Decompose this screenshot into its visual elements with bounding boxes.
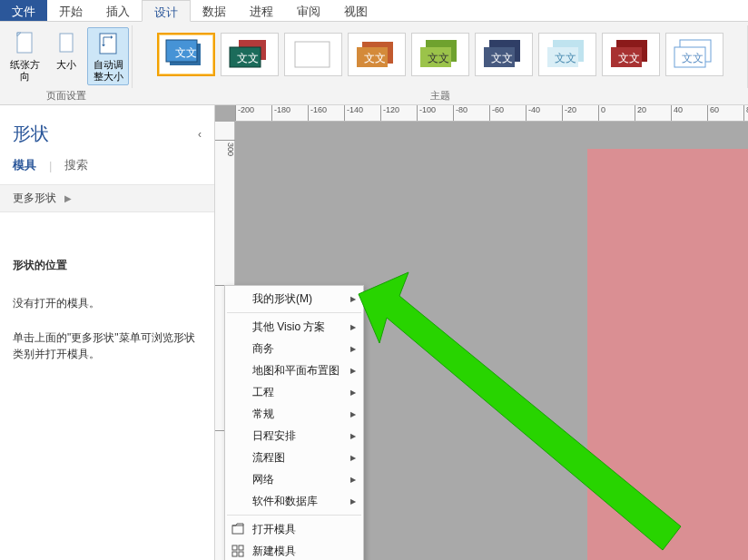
chevron-right-icon: ▶ bbox=[64, 193, 72, 203]
theme-thumb-1[interactable]: 文文 bbox=[157, 33, 215, 76]
tab-data[interactable]: 数据 bbox=[191, 0, 238, 21]
ruler-h-tick: -60 bbox=[489, 105, 504, 122]
tab-process[interactable]: 进程 bbox=[238, 0, 285, 21]
svg-text:文文: 文文 bbox=[682, 52, 704, 64]
svg-text:文文: 文文 bbox=[618, 52, 640, 64]
ruler-h-tick: 60 bbox=[707, 105, 719, 122]
ribbon-group-page-setup: 纸张方向 大小 自动调整大小 页面设置 bbox=[0, 22, 133, 104]
tab-review[interactable]: 审阅 bbox=[285, 0, 332, 21]
themes-gallery[interactable]: 文文 文文 文文 文文 文文 文文 bbox=[150, 27, 731, 76]
theme-thumb-2[interactable]: 文文 bbox=[221, 33, 279, 76]
svg-rect-31 bbox=[232, 552, 237, 556]
autosize-icon bbox=[94, 30, 123, 59]
ruler-h-tick: -80 bbox=[453, 105, 468, 122]
ruler-h-tick: 20 bbox=[635, 105, 646, 122]
svg-text:文文: 文文 bbox=[428, 52, 449, 64]
menu-engineering[interactable]: 工程 bbox=[225, 381, 363, 403]
subnav-divider: | bbox=[49, 159, 52, 172]
ribbon-group-themes: 文文 文文 文文 文文 文文 文文 bbox=[133, 22, 748, 104]
tab-design[interactable]: 设计 bbox=[142, 0, 191, 22]
ruler-h-tick: -180 bbox=[271, 105, 290, 122]
more-shapes-menu[interactable]: 更多形状 ▶ bbox=[0, 184, 214, 212]
svg-rect-32 bbox=[239, 552, 243, 556]
svg-rect-28 bbox=[232, 526, 243, 534]
open-stencil-icon bbox=[231, 522, 245, 536]
menu-maps-floorplans[interactable]: 地图和平面布置图 bbox=[225, 359, 363, 381]
menu-other-visio[interactable]: 其他 Visio 方案 bbox=[225, 316, 363, 338]
menu-business[interactable]: 商务 bbox=[225, 338, 363, 359]
menu-my-shapes[interactable]: 我的形状(M) bbox=[225, 288, 363, 309]
search-tab[interactable]: 搜索 bbox=[64, 157, 88, 173]
page[interactable] bbox=[587, 149, 748, 560]
size-button[interactable]: 大小 bbox=[45, 27, 87, 74]
autosize-button[interactable]: 自动调整大小 bbox=[87, 27, 129, 85]
svg-rect-30 bbox=[239, 545, 243, 550]
shapes-panel: 形状 ‹ 模具 | 搜索 更多形状 ▶ 形状的位置 没有打开的模具。 单击上面的… bbox=[0, 105, 215, 560]
size-icon bbox=[52, 30, 81, 59]
shapes-subnav: 模具 | 搜索 bbox=[0, 155, 214, 184]
orientation-label: 纸张方向 bbox=[6, 59, 43, 83]
stencil-hint-text: 单击上面的"更多形状"菜单可浏览形状类别并打开模具。 bbox=[13, 329, 202, 362]
theme-thumb-5[interactable]: 文文 bbox=[411, 33, 469, 76]
themes-group-label: 主题 bbox=[136, 87, 744, 104]
svg-rect-2 bbox=[100, 34, 116, 54]
menu-flowchart[interactable]: 流程图 bbox=[225, 447, 363, 468]
menu-open-stencil[interactable]: 打开模具 bbox=[225, 518, 363, 540]
ribbon-tabs: 文件 开始 插入 设计 数据 进程 审阅 视图 bbox=[0, 0, 748, 22]
menu-network[interactable]: 网络 bbox=[225, 468, 363, 490]
shapes-position-heading: 形状的位置 bbox=[13, 258, 202, 273]
svg-rect-9 bbox=[295, 42, 330, 67]
svg-text:文文: 文文 bbox=[237, 52, 259, 64]
ruler-h-tick: -40 bbox=[526, 105, 540, 122]
ruler-v-tick: 300 bbox=[215, 140, 235, 156]
no-stencil-text: 没有打开的模具。 bbox=[13, 295, 202, 311]
orientation-button[interactable]: 纸张方向 bbox=[4, 27, 45, 85]
svg-rect-0 bbox=[17, 33, 32, 53]
ruler-horizontal: -200-180-160-140-120-100-80-60-40-200204… bbox=[235, 105, 748, 122]
theme-thumb-7[interactable]: 文文 bbox=[538, 33, 596, 76]
shapes-title: 形状 bbox=[13, 122, 49, 146]
theme-thumb-6[interactable]: 文文 bbox=[475, 33, 533, 76]
tab-home[interactable]: 开始 bbox=[47, 0, 94, 21]
orientation-icon bbox=[10, 30, 39, 59]
ruler-h-tick: 0 bbox=[598, 105, 605, 122]
autosize-label: 自动调整大小 bbox=[90, 59, 126, 83]
new-stencil-icon bbox=[231, 544, 245, 558]
svg-text:文文: 文文 bbox=[555, 52, 576, 64]
menu-software-db[interactable]: 软件和数据库 bbox=[225, 490, 363, 512]
ruler-h-tick: -120 bbox=[380, 105, 399, 122]
theme-thumb-3[interactable] bbox=[284, 33, 342, 76]
tab-file[interactable]: 文件 bbox=[0, 0, 47, 21]
ruler-h-tick: -100 bbox=[417, 105, 436, 122]
collapse-shapes-icon[interactable]: ‹ bbox=[198, 128, 202, 141]
svg-rect-29 bbox=[232, 545, 237, 550]
shapes-body: 形状的位置 没有打开的模具。 单击上面的"更多形状"菜单可浏览形状类别并打开模具… bbox=[0, 212, 214, 393]
ruler-h-tick: 80 bbox=[743, 105, 748, 122]
ruler-h-tick: 40 bbox=[671, 105, 683, 122]
menu-general[interactable]: 常规 bbox=[225, 403, 363, 425]
svg-text:文文: 文文 bbox=[175, 46, 197, 59]
size-label: 大小 bbox=[56, 59, 76, 71]
menu-separator bbox=[227, 515, 361, 516]
menu-new-stencil[interactable]: 新建模具 bbox=[225, 540, 363, 560]
theme-thumb-8[interactable]: 文文 bbox=[602, 33, 660, 76]
svg-text:文文: 文文 bbox=[364, 52, 386, 64]
tab-view[interactable]: 视图 bbox=[332, 0, 379, 21]
shapes-panel-header: 形状 ‹ bbox=[0, 105, 214, 155]
more-shapes-label: 更多形状 bbox=[13, 192, 56, 204]
svg-rect-1 bbox=[60, 34, 73, 52]
more-shapes-context-menu: 我的形状(M) 其他 Visio 方案 商务 地图和平面布置图 工程 常规 日程… bbox=[224, 285, 364, 560]
svg-text:文文: 文文 bbox=[491, 52, 513, 64]
menu-separator bbox=[227, 312, 361, 313]
ruler-h-tick: -140 bbox=[344, 105, 363, 122]
workspace: 形状 ‹ 模具 | 搜索 更多形状 ▶ 形状的位置 没有打开的模具。 单击上面的… bbox=[0, 105, 748, 560]
ruler-h-tick: -200 bbox=[235, 105, 254, 122]
menu-schedule[interactable]: 日程安排 bbox=[225, 425, 363, 447]
theme-thumb-9[interactable]: 文文 bbox=[665, 33, 723, 76]
ribbon: 纸张方向 大小 自动调整大小 页面设置 文文 bbox=[0, 22, 748, 105]
ruler-h-tick: -20 bbox=[562, 105, 576, 122]
tab-insert[interactable]: 插入 bbox=[94, 0, 142, 21]
ruler-h-tick: -160 bbox=[308, 105, 327, 122]
theme-thumb-4[interactable]: 文文 bbox=[348, 33, 406, 76]
stencils-tab[interactable]: 模具 bbox=[13, 157, 36, 173]
